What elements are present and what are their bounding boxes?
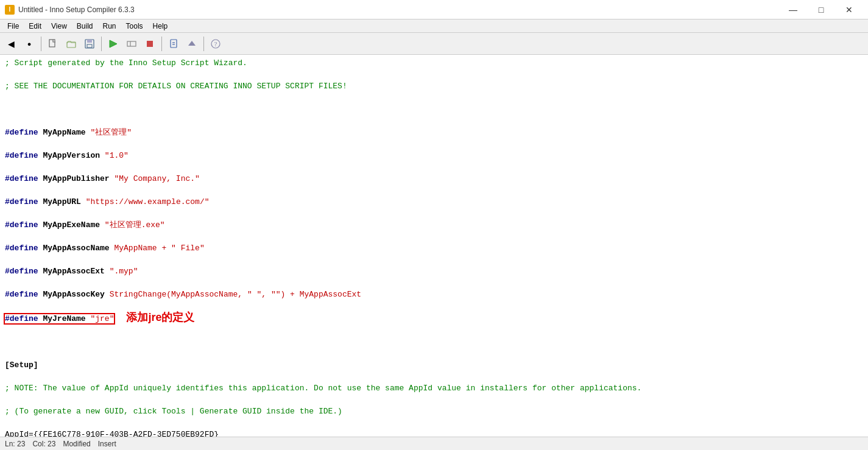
code-line-3 <box>5 104 863 115</box>
window-title: Untitled - Inno Setup Compiler 6.3.3 <box>18 5 135 14</box>
menu-file[interactable]: File <box>2 19 24 33</box>
new-button[interactable] <box>44 35 62 52</box>
code-line-14: [Setup] <box>5 359 863 371</box>
open-button[interactable] <box>63 35 80 52</box>
title-left: I Untitled - Inno Setup Compiler 6.3.3 <box>5 5 135 15</box>
code-line-10: #define MyAppAssocExt ".myp" <box>5 265 863 277</box>
code-line-16: ; (To generate a new GUID, click Tools |… <box>5 406 863 417</box>
help-button[interactable]: ? <box>207 35 224 52</box>
editor-content[interactable]: ; Script generated by the Inno Setup Scr… <box>0 55 868 437</box>
svg-rect-9 <box>171 40 177 47</box>
code-line-17: AppId={{FE16C778-910F-403B-A2FD-3ED750EB… <box>5 429 863 437</box>
code-line-11: #define MyAppAssocKey StringChange(MyApp… <box>5 289 863 300</box>
maximize-button[interactable]: □ <box>807 0 835 19</box>
svg-rect-3 <box>87 40 92 43</box>
status-bar: Ln: 23 Col: 23 Modified Insert <box>0 437 868 450</box>
prev-bookmark-button[interactable] <box>183 35 200 52</box>
toolbar-sep-4 <box>203 37 204 51</box>
menu-edit[interactable]: Edit <box>24 19 46 33</box>
status-col: Col: 23 <box>32 440 55 448</box>
svg-marker-12 <box>188 41 196 46</box>
menu-run[interactable]: Run <box>98 19 121 33</box>
code-line-6: #define MyAppPublisher "My Company, Inc.… <box>5 173 863 185</box>
menu-view[interactable]: View <box>46 19 72 33</box>
code-line-8: #define MyAppExeName "社区管理.exe" <box>5 219 863 231</box>
bookmark-button[interactable] <box>165 35 182 52</box>
editor-scroll[interactable]: ; Script generated by the Inno Setup Scr… <box>0 55 868 437</box>
svg-marker-5 <box>110 40 117 47</box>
svg-rect-0 <box>49 40 55 47</box>
editor-container: ; Script generated by the Inno Setup Scr… <box>0 55 868 437</box>
title-bar: I Untitled - Inno Setup Compiler 6.3.3 —… <box>0 0 868 19</box>
close-button[interactable]: ✕ <box>835 0 863 19</box>
toolbar-sep-2 <box>101 37 102 51</box>
stop-button[interactable] <box>141 35 158 52</box>
code-line-4: #define MyAppName "社区管理" <box>5 127 863 138</box>
code-line-13 <box>5 336 863 348</box>
code-line-2: ; SEE THE DOCUMENTATION FOR DETAILS ON C… <box>5 80 863 92</box>
toolbar-sep-3 <box>161 37 162 51</box>
menu-help[interactable]: Help <box>148 19 173 33</box>
menu-build[interactable]: Build <box>72 19 98 33</box>
code-line-9: #define MyAppAssocName MyAppName + " Fil… <box>5 242 863 254</box>
status-line: Ln: 23 <box>5 440 25 448</box>
code-line-12: #define MyJreName "jre"添加jre的定义 <box>5 312 863 325</box>
toolbar-sep-1 <box>41 37 41 51</box>
compile2-button[interactable] <box>123 35 140 52</box>
code-line-5: #define MyAppVersion "1.0" <box>5 150 863 161</box>
status-mode: Insert <box>98 440 116 448</box>
title-controls: — □ ✕ <box>779 0 863 19</box>
code-line-15: ; NOTE: The value of AppId uniquely iden… <box>5 382 863 394</box>
back-button[interactable]: ◀ <box>2 35 19 52</box>
svg-rect-4 <box>87 44 92 47</box>
minimize-button[interactable]: — <box>779 0 807 19</box>
svg-text:?: ? <box>214 40 217 47</box>
toolbar: ◀ ● ? <box>0 33 868 55</box>
save-button[interactable] <box>81 35 98 52</box>
code-line-7: #define MyAppURL "https://www.example.co… <box>5 196 863 208</box>
menu-tools[interactable]: Tools <box>121 19 148 33</box>
forward-button[interactable]: ● <box>21 35 38 52</box>
app-icon: I <box>5 5 15 15</box>
code-line-1: ; Script generated by the Inno Setup Scr… <box>5 57 863 69</box>
svg-rect-6 <box>127 41 136 46</box>
status-modified: Modified <box>63 440 90 448</box>
compile-button[interactable] <box>105 35 122 52</box>
menu-bar: File Edit View Build Run Tools Help <box>0 19 868 33</box>
svg-rect-8 <box>147 41 153 47</box>
